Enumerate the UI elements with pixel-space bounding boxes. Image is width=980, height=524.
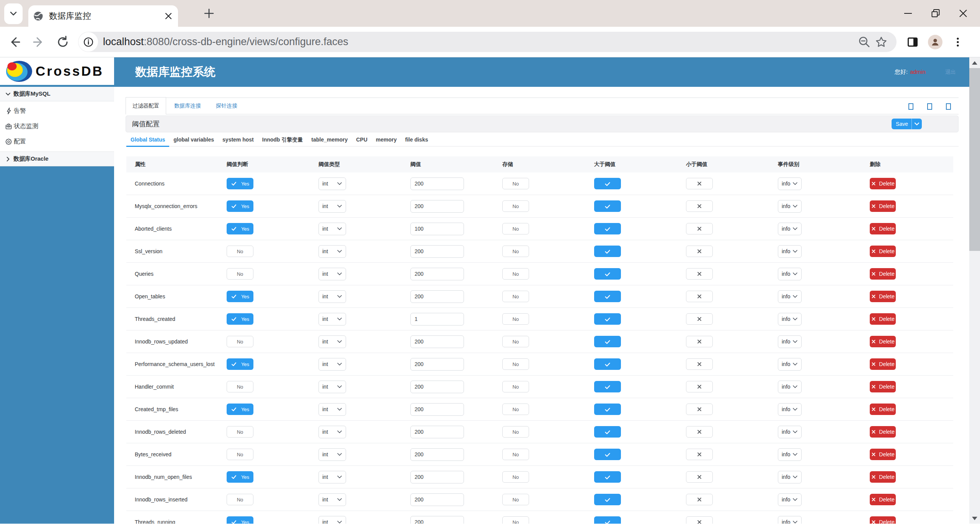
menu-kebab-icon[interactable]	[947, 31, 969, 53]
threshold-value-input[interactable]	[410, 223, 464, 235]
less-toggle-button[interactable]	[686, 246, 713, 257]
delete-button[interactable]: Delete	[870, 494, 896, 505]
storage-no-button[interactable]: No	[502, 223, 529, 234]
panel-icon-1[interactable]	[908, 103, 913, 110]
url-text[interactable]: localhost:8080/cross-db-engine/views/con…	[103, 36, 853, 48]
back-button[interactable]	[4, 31, 25, 53]
event-level-select[interactable]: info	[778, 335, 802, 348]
threshold-value-input[interactable]	[410, 516, 464, 524]
panel-icon-2[interactable]	[927, 103, 932, 110]
threshold-value-input[interactable]	[410, 403, 464, 416]
threshold-value-input[interactable]	[410, 335, 464, 348]
delete-button[interactable]: Delete	[870, 313, 896, 325]
storage-no-button[interactable]: No	[502, 494, 529, 505]
threshold-value-input[interactable]	[410, 471, 464, 483]
restore-button[interactable]	[922, 0, 949, 27]
type-select[interactable]: int	[318, 200, 346, 213]
tab-link[interactable]: 数据库连接	[174, 103, 201, 109]
storage-no-button[interactable]: No	[502, 313, 529, 325]
side-panel-icon[interactable]	[902, 31, 923, 53]
greater-toggle-button[interactable]	[594, 449, 621, 460]
judge-yes-button[interactable]: Yes	[227, 178, 253, 189]
storage-no-button[interactable]: No	[502, 426, 529, 438]
storage-no-button[interactable]: No	[502, 268, 529, 280]
judge-yes-button[interactable]: Yes	[227, 404, 253, 415]
less-toggle-button[interactable]	[686, 426, 713, 438]
subtab-item[interactable]: file disks	[401, 134, 432, 146]
url-bar[interactable]: localhost:8080/cross-db-engine/views/con…	[78, 32, 897, 52]
event-level-select[interactable]: info	[778, 177, 802, 190]
delete-button[interactable]: Delete	[870, 178, 896, 189]
storage-no-button[interactable]: No	[502, 471, 529, 483]
event-level-select[interactable]: info	[778, 290, 802, 303]
threshold-value-input[interactable]	[410, 358, 464, 371]
browser-tab[interactable]: 数据库监控	[28, 5, 178, 27]
storage-no-button[interactable]: No	[502, 381, 529, 392]
greater-toggle-button[interactable]	[594, 426, 621, 438]
less-toggle-button[interactable]	[686, 200, 713, 212]
delete-button[interactable]: Delete	[870, 200, 896, 212]
judge-no-button[interactable]: No	[227, 268, 253, 280]
event-level-select[interactable]: info	[778, 471, 802, 483]
event-level-select[interactable]: info	[778, 358, 802, 371]
event-level-select[interactable]: info	[778, 200, 802, 213]
logout-link[interactable]: 退出	[945, 69, 956, 76]
delete-button[interactable]: Delete	[870, 449, 896, 460]
tab-search-button[interactable]	[4, 3, 23, 24]
delete-button[interactable]: Delete	[870, 404, 896, 415]
less-toggle-button[interactable]	[686, 404, 713, 415]
threshold-value-input[interactable]	[410, 493, 464, 506]
threshold-value-input[interactable]	[410, 313, 464, 325]
sidebar-item[interactable]: 告警	[0, 103, 114, 119]
delete-button[interactable]: Delete	[870, 516, 896, 524]
greater-toggle-button[interactable]	[594, 200, 621, 212]
delete-button[interactable]: Delete	[870, 223, 896, 234]
greater-toggle-button[interactable]	[594, 336, 621, 347]
event-level-select[interactable]: info	[778, 381, 802, 393]
judge-yes-button[interactable]: Yes	[227, 516, 253, 524]
save-caret-icon[interactable]	[912, 121, 922, 127]
subtab-item[interactable]: system host	[218, 134, 258, 146]
delete-button[interactable]: Delete	[870, 471, 896, 483]
storage-no-button[interactable]: No	[502, 200, 529, 212]
delete-button[interactable]: Delete	[870, 268, 896, 280]
threshold-value-input[interactable]	[410, 200, 464, 213]
sidebar-item[interactable]: 配置	[0, 134, 114, 149]
type-select[interactable]: int	[318, 471, 346, 483]
tab-active[interactable]: 过滤器配置	[126, 97, 166, 114]
subtab-active[interactable]: Global Status	[126, 134, 169, 147]
storage-no-button[interactable]: No	[502, 449, 529, 460]
judge-no-button[interactable]: No	[227, 246, 253, 257]
type-select[interactable]: int	[318, 516, 346, 524]
less-toggle-button[interactable]	[686, 336, 713, 347]
less-toggle-button[interactable]	[686, 494, 713, 505]
less-toggle-button[interactable]	[686, 471, 713, 483]
save-button[interactable]: Save	[892, 119, 922, 129]
judge-no-button[interactable]: No	[227, 449, 253, 460]
type-select[interactable]: int	[318, 493, 346, 506]
greater-toggle-button[interactable]	[594, 404, 621, 415]
event-level-select[interactable]: info	[778, 245, 802, 258]
greater-toggle-button[interactable]	[594, 381, 621, 392]
forward-button[interactable]	[28, 31, 49, 53]
delete-button[interactable]: Delete	[870, 358, 896, 370]
scroll-up-icon[interactable]	[969, 57, 980, 68]
type-select[interactable]: int	[318, 403, 346, 416]
profile-avatar[interactable]	[928, 35, 942, 49]
delete-button[interactable]: Delete	[870, 381, 896, 392]
type-select[interactable]: int	[318, 358, 346, 371]
type-select[interactable]: int	[318, 268, 346, 280]
storage-no-button[interactable]: No	[502, 358, 529, 370]
judge-yes-button[interactable]: Yes	[227, 200, 253, 212]
less-toggle-button[interactable]	[686, 291, 713, 302]
bookmark-star-icon[interactable]	[873, 34, 890, 50]
subtab-item[interactable]: global variables	[169, 134, 218, 146]
event-level-select[interactable]: info	[778, 516, 802, 524]
judge-yes-button[interactable]: Yes	[227, 471, 253, 483]
subtab-item[interactable]: memory	[372, 134, 401, 146]
scroll-down-icon[interactable]	[969, 513, 980, 524]
subtab-item[interactable]: table_memory	[307, 134, 352, 146]
type-select[interactable]: int	[318, 426, 346, 438]
type-select[interactable]: int	[318, 448, 346, 461]
less-toggle-button[interactable]	[686, 178, 713, 189]
